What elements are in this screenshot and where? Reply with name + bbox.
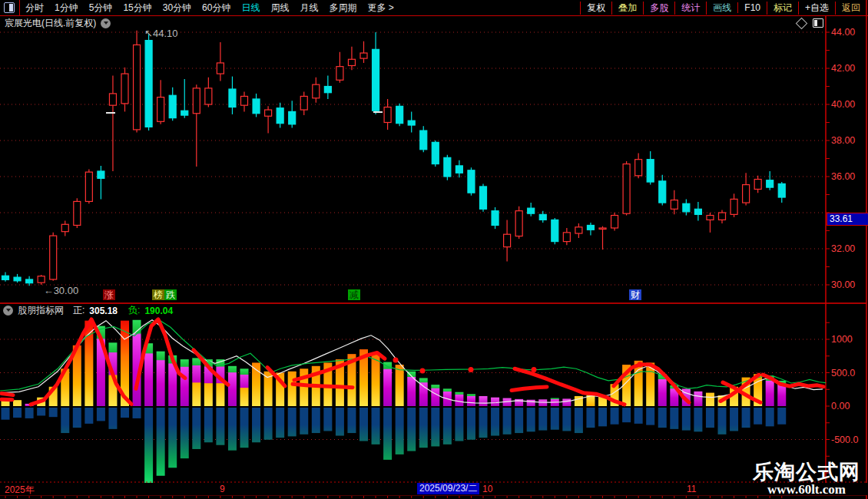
indicator-bar-negative [419, 408, 428, 448]
candle [169, 95, 176, 117]
chart-marker-badge-2: 跌 [164, 289, 177, 300]
indicator-bar-negative [312, 408, 320, 433]
candle [277, 108, 283, 124]
candle [599, 228, 606, 230]
candle [360, 53, 367, 58]
low-price-annotation: ←30.00 [44, 285, 79, 296]
candle [480, 187, 487, 209]
indicator-chevron-down-icon[interactable] [3, 306, 13, 316]
candle [61, 224, 68, 231]
indicator-bar-positive [443, 388, 452, 406]
indicator-bar-negative [13, 408, 22, 418]
indicator-bar-positive [192, 358, 200, 406]
candle [300, 96, 307, 110]
indicator-bar-positive [144, 343, 153, 406]
time-axis-label: 9 [220, 484, 225, 494]
chart-marker-badge-1: 榜 [152, 289, 164, 300]
indicator-bar-negative [777, 408, 786, 425]
indicator-bar-positive [300, 368, 308, 406]
indicator-bar-negative [575, 408, 583, 433]
indicator-bar-negative [252, 408, 260, 442]
watermark: 乐淘公式网 www.60lt.com [753, 461, 860, 497]
indicator-bar-negative [646, 408, 654, 425]
indicator-bar-negative [133, 408, 141, 418]
candle [468, 170, 475, 193]
indicator-bar-positive [396, 365, 404, 406]
candle [85, 172, 92, 201]
indicator-bar-negative [730, 408, 738, 431]
indicator-bar-negative [634, 408, 643, 424]
indicator-bar-negative [276, 408, 284, 438]
indicator-bar-negative [515, 408, 523, 433]
time-axis-label: 10 [482, 484, 492, 494]
indicator-red-dot [638, 362, 643, 367]
price-axis-label: 30.00 [831, 279, 855, 290]
indicator-bar-negative [73, 408, 81, 428]
candle [528, 208, 535, 213]
indicator-bar-negative [2, 408, 10, 420]
indicator-bar-negative [754, 408, 762, 425]
indicator-bar-negative [443, 408, 452, 444]
price-axis-label: 38.00 [831, 135, 855, 146]
indicator-bar-negative [144, 408, 153, 483]
indicator-bar-negative [479, 408, 488, 438]
price-badge: 33.61 [827, 213, 868, 226]
candle [575, 227, 582, 233]
indicator-bar-negative [658, 408, 667, 428]
indicator-bar-positive [240, 368, 249, 406]
price-axis-label: 44.00 [831, 27, 855, 38]
indicator-name: 股朋指标网 [18, 304, 64, 317]
indicator-bar-positive [181, 359, 189, 406]
indicator-bar-negative [288, 408, 297, 436]
candle [193, 88, 200, 114]
watermark-site-name: 乐淘公式网 [753, 461, 860, 483]
candle [336, 67, 343, 81]
indicator-bar-negative [383, 408, 392, 460]
candle [611, 216, 618, 228]
chart-marker-badge-3: 减 [348, 289, 360, 300]
indicator-bar-negative [551, 408, 559, 430]
indicator-axis-label: 1000 [831, 334, 853, 345]
candle [671, 200, 678, 210]
candle [181, 111, 188, 115]
candle [707, 216, 714, 220]
indicator-bar-negative [264, 408, 273, 440]
indicator-bar-negative [503, 408, 512, 435]
candle [694, 209, 701, 214]
indicator-bar-negative [192, 408, 200, 449]
indicator-pos-value: 305.18 [89, 306, 118, 316]
candle [647, 160, 654, 182]
time-axis-bar: 2025年92025/09/23/二1011 [0, 483, 868, 495]
candle [504, 234, 511, 246]
candle [778, 183, 785, 197]
candle [767, 180, 774, 187]
indicator-red-line [2, 393, 13, 395]
indicator-bar-negative [157, 408, 165, 476]
indicator-bar-negative [562, 408, 571, 431]
indicator-bar-negative [670, 408, 678, 429]
candle [253, 99, 260, 114]
candle [14, 277, 21, 281]
indicator-bar-positive [157, 352, 165, 406]
indicator-bar-negative [204, 408, 213, 442]
indicator-bar-negative [622, 408, 631, 422]
indicator-bar-negative [742, 408, 750, 428]
candle [731, 199, 737, 214]
indicator-bar-positive [527, 400, 535, 406]
indicator-bar-negative [37, 408, 45, 415]
candle [492, 211, 499, 226]
candle [635, 160, 642, 176]
candle [205, 88, 212, 104]
indicator-bar-positive [694, 392, 702, 406]
indicator-bar-negative [467, 408, 475, 440]
indicator-bar-negative [694, 408, 702, 431]
candle [408, 121, 415, 125]
candle [384, 107, 391, 123]
price-axis-label: 32.00 [831, 243, 855, 254]
indicator-bar-negative [347, 408, 356, 433]
candle [134, 45, 141, 129]
candle [587, 225, 594, 230]
candle [444, 157, 451, 177]
candle [623, 164, 630, 214]
candle [563, 233, 570, 242]
